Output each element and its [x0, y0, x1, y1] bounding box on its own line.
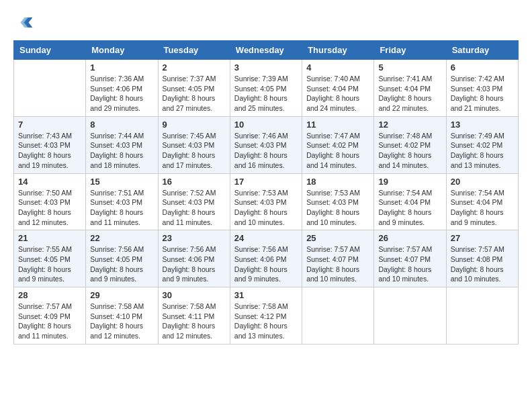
day-info: Sunrise: 7:57 AMSunset: 4:09 PMDaylight:… [18, 302, 81, 341]
calendar-cell: 17Sunrise: 7:53 AMSunset: 4:03 PMDayligh… [230, 173, 302, 230]
calendar-cell: 30Sunrise: 7:58 AMSunset: 4:11 PMDayligh… [158, 287, 230, 345]
day-number: 5 [378, 62, 441, 73]
day-number: 17 [234, 177, 298, 187]
day-number: 19 [378, 177, 441, 187]
day-number: 24 [234, 233, 298, 243]
day-number: 9 [163, 120, 226, 130]
day-number: 7 [18, 120, 81, 130]
weekday-header: Sunday [14, 41, 86, 60]
calendar-cell: 24Sunrise: 7:56 AMSunset: 4:06 PMDayligh… [230, 230, 302, 287]
calendar-cell: 19Sunrise: 7:54 AMSunset: 4:04 PMDayligh… [374, 173, 446, 230]
calendar-cell: 13Sunrise: 7:49 AMSunset: 4:02 PMDayligh… [446, 116, 518, 173]
day-number: 6 [451, 62, 514, 73]
day-info: Sunrise: 7:52 AMSunset: 4:03 PMDaylight:… [163, 188, 226, 228]
day-info: Sunrise: 7:57 AMSunset: 4:08 PMDaylight:… [451, 244, 514, 284]
logo-icon [13, 13, 34, 34]
day-info: Sunrise: 7:53 AMSunset: 4:03 PMDaylight:… [306, 188, 369, 228]
day-info: Sunrise: 7:54 AMSunset: 4:04 PMDaylight:… [378, 188, 441, 228]
day-number: 13 [451, 120, 514, 130]
day-info: Sunrise: 7:49 AMSunset: 4:02 PMDaylight:… [451, 131, 514, 171]
day-number: 16 [163, 177, 226, 187]
day-info: Sunrise: 7:40 AMSunset: 4:04 PMDaylight:… [306, 74, 369, 113]
day-number: 21 [18, 233, 81, 243]
calendar-cell: 6Sunrise: 7:42 AMSunset: 4:03 PMDaylight… [446, 60, 518, 117]
calendar-week-row: 1Sunrise: 7:36 AMSunset: 4:06 PMDaylight… [14, 60, 519, 117]
calendar-cell: 27Sunrise: 7:57 AMSunset: 4:08 PMDayligh… [446, 230, 518, 287]
day-number: 29 [90, 290, 153, 300]
calendar-cell: 8Sunrise: 7:44 AMSunset: 4:03 PMDaylight… [86, 116, 158, 173]
calendar-cell: 4Sunrise: 7:40 AMSunset: 4:04 PMDaylight… [302, 60, 374, 117]
page-header [13, 13, 519, 34]
day-number: 10 [234, 120, 298, 130]
calendar-cell: 31Sunrise: 7:58 AMSunset: 4:12 PMDayligh… [230, 287, 302, 345]
day-number: 18 [306, 177, 369, 187]
day-info: Sunrise: 7:42 AMSunset: 4:03 PMDaylight:… [451, 74, 514, 113]
calendar-cell [302, 287, 374, 345]
calendar-cell: 29Sunrise: 7:58 AMSunset: 4:10 PMDayligh… [86, 287, 158, 345]
calendar-cell [14, 60, 86, 117]
calendar-cell: 11Sunrise: 7:47 AMSunset: 4:02 PMDayligh… [302, 116, 374, 173]
calendar-cell: 16Sunrise: 7:52 AMSunset: 4:03 PMDayligh… [158, 173, 230, 230]
day-info: Sunrise: 7:58 AMSunset: 4:12 PMDaylight:… [234, 302, 298, 341]
calendar-cell: 3Sunrise: 7:39 AMSunset: 4:05 PMDaylight… [230, 60, 302, 117]
calendar-cell: 21Sunrise: 7:55 AMSunset: 4:05 PMDayligh… [14, 230, 86, 287]
calendar-cell: 28Sunrise: 7:57 AMSunset: 4:09 PMDayligh… [14, 287, 86, 345]
calendar-cell: 12Sunrise: 7:48 AMSunset: 4:02 PMDayligh… [374, 116, 446, 173]
day-info: Sunrise: 7:55 AMSunset: 4:05 PMDaylight:… [18, 244, 81, 284]
weekday-header: Tuesday [158, 41, 230, 60]
day-info: Sunrise: 7:37 AMSunset: 4:05 PMDaylight:… [163, 74, 226, 113]
calendar-cell: 9Sunrise: 7:45 AMSunset: 4:03 PMDaylight… [158, 116, 230, 173]
day-number: 1 [90, 62, 153, 73]
day-number: 12 [378, 120, 441, 130]
day-info: Sunrise: 7:43 AMSunset: 4:03 PMDaylight:… [18, 131, 81, 171]
calendar-week-row: 21Sunrise: 7:55 AMSunset: 4:05 PMDayligh… [14, 230, 519, 287]
day-number: 23 [163, 233, 226, 243]
calendar-cell: 5Sunrise: 7:41 AMSunset: 4:04 PMDaylight… [374, 60, 446, 117]
day-info: Sunrise: 7:45 AMSunset: 4:03 PMDaylight:… [163, 131, 226, 171]
calendar-cell [446, 287, 518, 345]
day-number: 30 [163, 290, 226, 300]
day-info: Sunrise: 7:44 AMSunset: 4:03 PMDaylight:… [90, 131, 153, 171]
day-info: Sunrise: 7:48 AMSunset: 4:02 PMDaylight:… [378, 131, 441, 171]
day-number: 14 [18, 177, 81, 187]
calendar-cell: 23Sunrise: 7:56 AMSunset: 4:06 PMDayligh… [158, 230, 230, 287]
day-info: Sunrise: 7:46 AMSunset: 4:03 PMDaylight:… [234, 131, 298, 171]
calendar-cell: 25Sunrise: 7:57 AMSunset: 4:07 PMDayligh… [302, 230, 374, 287]
day-number: 11 [306, 120, 369, 130]
weekday-header: Saturday [446, 41, 518, 60]
day-info: Sunrise: 7:57 AMSunset: 4:07 PMDaylight:… [378, 244, 441, 284]
day-info: Sunrise: 7:36 AMSunset: 4:06 PMDaylight:… [90, 74, 153, 113]
calendar-cell: 2Sunrise: 7:37 AMSunset: 4:05 PMDaylight… [158, 60, 230, 117]
day-number: 8 [90, 120, 153, 130]
day-number: 22 [90, 233, 153, 243]
day-number: 15 [90, 177, 153, 187]
day-number: 25 [306, 233, 369, 243]
calendar-header-row: SundayMondayTuesdayWednesdayThursdayFrid… [14, 41, 519, 60]
calendar-week-row: 14Sunrise: 7:50 AMSunset: 4:03 PMDayligh… [14, 173, 519, 230]
logo [13, 13, 36, 34]
day-number: 27 [451, 233, 514, 243]
weekday-header: Thursday [302, 41, 374, 60]
calendar-cell: 1Sunrise: 7:36 AMSunset: 4:06 PMDaylight… [86, 60, 158, 117]
day-info: Sunrise: 7:56 AMSunset: 4:05 PMDaylight:… [90, 244, 153, 284]
day-number: 31 [234, 290, 298, 300]
calendar-cell: 15Sunrise: 7:51 AMSunset: 4:03 PMDayligh… [86, 173, 158, 230]
day-info: Sunrise: 7:58 AMSunset: 4:11 PMDaylight:… [163, 302, 226, 341]
day-number: 28 [18, 290, 81, 300]
day-info: Sunrise: 7:51 AMSunset: 4:03 PMDaylight:… [90, 188, 153, 228]
day-info: Sunrise: 7:53 AMSunset: 4:03 PMDaylight:… [234, 188, 298, 228]
day-info: Sunrise: 7:41 AMSunset: 4:04 PMDaylight:… [378, 74, 441, 113]
day-info: Sunrise: 7:39 AMSunset: 4:05 PMDaylight:… [234, 74, 298, 113]
calendar-table: SundayMondayTuesdayWednesdayThursdayFrid… [13, 40, 519, 345]
day-number: 4 [306, 62, 369, 73]
day-info: Sunrise: 7:57 AMSunset: 4:07 PMDaylight:… [306, 244, 369, 284]
weekday-header: Monday [86, 41, 158, 60]
calendar-cell [374, 287, 446, 345]
weekday-header: Wednesday [230, 41, 302, 60]
day-info: Sunrise: 7:56 AMSunset: 4:06 PMDaylight:… [163, 244, 226, 284]
day-info: Sunrise: 7:54 AMSunset: 4:04 PMDaylight:… [451, 188, 514, 228]
day-number: 20 [451, 177, 514, 187]
day-info: Sunrise: 7:47 AMSunset: 4:02 PMDaylight:… [306, 131, 369, 171]
calendar-week-row: 28Sunrise: 7:57 AMSunset: 4:09 PMDayligh… [14, 287, 519, 345]
calendar-cell: 20Sunrise: 7:54 AMSunset: 4:04 PMDayligh… [446, 173, 518, 230]
